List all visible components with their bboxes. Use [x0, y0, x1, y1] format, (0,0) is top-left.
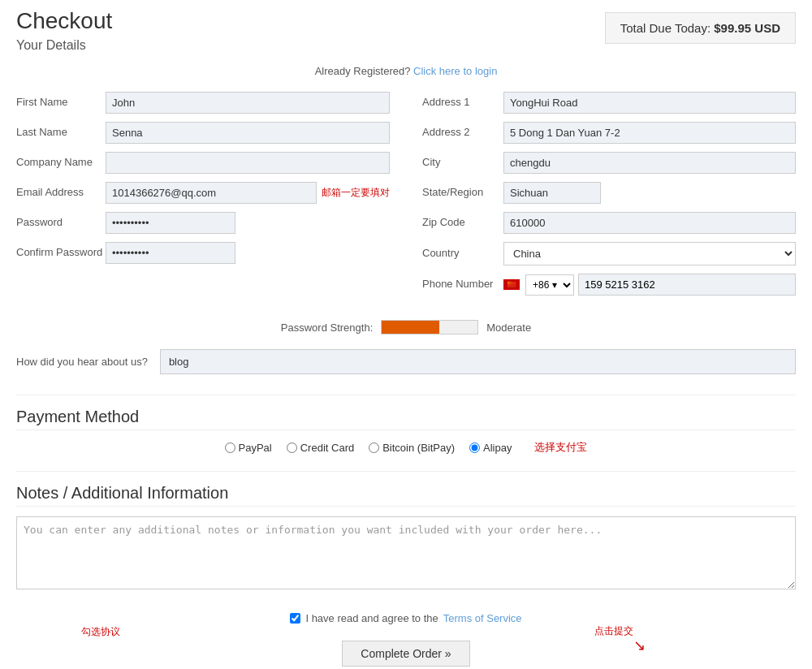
- last-name-label: Last Name: [16, 126, 106, 140]
- total-due-label: Total Due Today:: [620, 21, 710, 35]
- confirm-password-row: Confirm Password: [16, 242, 390, 264]
- arrow-icon: ↘: [633, 637, 646, 654]
- country-label: Country: [422, 247, 503, 261]
- already-registered-text: Already Registered?: [315, 65, 411, 77]
- phone-label: Phone Number: [422, 278, 503, 291]
- payment-option-credit[interactable]: Credit Card: [287, 442, 354, 454]
- password-row: Password: [16, 212, 390, 234]
- address1-label: Address 1: [422, 96, 503, 110]
- terms-hint: 勾选协议: [81, 625, 120, 639]
- email-label: Email Address: [16, 186, 106, 200]
- address2-input[interactable]: [503, 122, 796, 144]
- alipay-radio[interactable]: [469, 442, 480, 453]
- terms-text: I have read and agree to the: [305, 612, 438, 624]
- city-row: City: [422, 152, 796, 174]
- country-select[interactable]: China USA: [503, 242, 796, 265]
- zip-label: Zip Code: [422, 216, 503, 230]
- right-form: Address 1 Address 2 City State/Region Zi…: [422, 92, 796, 304]
- company-name-input[interactable]: [106, 152, 390, 174]
- paypal-radio[interactable]: [225, 442, 235, 453]
- address2-row: Address 2: [422, 122, 796, 144]
- submit-row: 点击提交 ↘ Complete Order »: [16, 641, 796, 667]
- last-name-row: Last Name: [16, 122, 390, 144]
- phone-number-input[interactable]: [578, 274, 796, 296]
- zip-input[interactable]: [503, 212, 796, 234]
- email-row: Email Address 邮箱一定要填对: [16, 182, 390, 204]
- password-label: Password: [16, 216, 106, 230]
- submit-button[interactable]: Complete Order »: [342, 641, 469, 667]
- paypal-label: PayPal: [239, 442, 272, 454]
- your-details-label: Your Details: [16, 38, 112, 53]
- state-row: State/Region: [422, 182, 796, 204]
- how-hear-input[interactable]: [160, 349, 796, 374]
- notes-section: Notes / Additional Information You can e…: [16, 484, 796, 600]
- city-input[interactable]: [503, 152, 796, 174]
- payment-options-row: PayPal Credit Card Bitcoin (BitPay) Alip…: [16, 440, 796, 455]
- page-title: Checkout: [16, 8, 112, 34]
- state-label: State/Region: [422, 186, 503, 200]
- phone-input-group: 🇨🇳 +86 ▾: [503, 274, 796, 296]
- address2-label: Address 2: [422, 126, 503, 140]
- company-name-row: Company Name: [16, 152, 390, 174]
- divider2: [16, 471, 796, 472]
- phone-code-select[interactable]: +86 ▾: [525, 274, 574, 296]
- terms-checkbox[interactable]: [290, 613, 300, 624]
- strength-bar: [381, 320, 478, 334]
- payment-option-alipay[interactable]: Alipay: [469, 442, 512, 454]
- company-name-label: Company Name: [16, 156, 106, 170]
- first-name-row: First Name: [16, 92, 390, 114]
- bitcoin-label: Bitcoin (BitPay): [382, 442, 455, 454]
- confirm-password-label: Confirm Password: [16, 246, 106, 260]
- credit-card-radio[interactable]: [287, 442, 297, 453]
- strength-text: Moderate: [486, 322, 531, 334]
- email-hint: 邮箱一定要填对: [322, 186, 390, 200]
- zip-row: Zip Code: [422, 212, 796, 234]
- total-due-box: Total Due Today: $99.95 USD: [605, 12, 796, 44]
- password-strength-row: Password Strength: Moderate: [16, 320, 796, 334]
- payment-option-paypal[interactable]: PayPal: [225, 442, 272, 454]
- how-hear-label: How did you hear about us?: [16, 356, 148, 368]
- already-registered-row: Already Registered? Click here to login: [16, 65, 796, 77]
- password-strength-label: Password Strength:: [281, 322, 373, 334]
- payment-title: Payment Method: [16, 408, 796, 430]
- total-due-amount: $99.95 USD: [714, 21, 780, 35]
- phone-row: Phone Number 🇨🇳 +86 ▾: [422, 274, 796, 296]
- state-input[interactable]: [503, 182, 601, 204]
- notes-textarea[interactable]: You can enter any additional notes or in…: [16, 516, 796, 589]
- how-hear-row: How did you hear about us?: [16, 349, 796, 374]
- confirm-password-input[interactable]: [106, 242, 235, 264]
- credit-card-label: Credit Card: [300, 442, 354, 454]
- last-name-input[interactable]: [106, 122, 390, 144]
- payment-option-bitcoin[interactable]: Bitcoin (BitPay): [369, 442, 455, 454]
- payment-hint: 选择支付宝: [534, 440, 587, 455]
- strength-bar-empty: [439, 321, 477, 334]
- address1-row: Address 1: [422, 92, 796, 114]
- alipay-label: Alipay: [483, 442, 512, 454]
- address1-input[interactable]: [503, 92, 796, 114]
- terms-row: I have read and agree to the Terms of Se…: [16, 612, 796, 624]
- left-form: First Name Last Name Company Name Email …: [16, 92, 390, 304]
- strength-bar-filled: [382, 321, 439, 334]
- submit-hint: 点击提交: [594, 624, 633, 638]
- first-name-input[interactable]: [106, 92, 390, 114]
- notes-title: Notes / Additional Information: [16, 484, 796, 507]
- first-name-label: First Name: [16, 96, 106, 110]
- city-label: City: [422, 156, 503, 170]
- password-input[interactable]: [106, 212, 235, 234]
- china-flag-icon: 🇨🇳: [503, 279, 520, 290]
- login-link[interactable]: Click here to login: [413, 65, 497, 77]
- country-row: Country China USA: [422, 242, 796, 265]
- terms-link[interactable]: Terms of Service: [443, 612, 522, 624]
- divider: [16, 395, 796, 395]
- email-input[interactable]: [106, 182, 317, 204]
- bitcoin-radio[interactable]: [369, 442, 379, 453]
